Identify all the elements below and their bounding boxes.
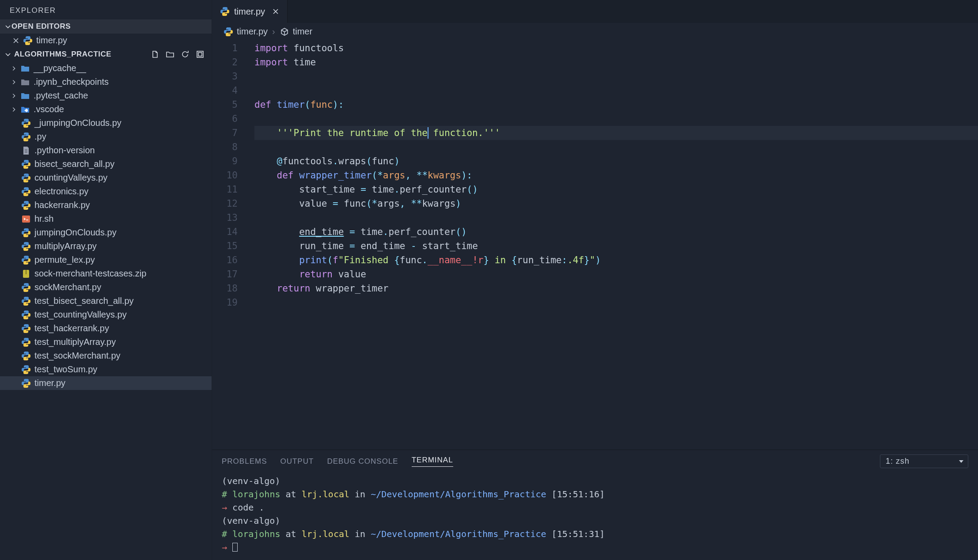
code-line[interactable]: '''Print the runtime of the function.''' — [254, 126, 978, 140]
tree-folder[interactable]: .ipynb_checkpoints — [0, 75, 212, 89]
code-line[interactable]: import time — [254, 55, 978, 69]
breadcrumb-item[interactable]: timer.py — [224, 26, 268, 37]
tree-file[interactable]: timer.py — [0, 376, 212, 390]
python-icon — [224, 27, 233, 37]
shell-icon — [21, 214, 31, 224]
tree-folder[interactable]: __pycache__ — [0, 61, 212, 75]
terminal-line: (venv-algo) — [222, 514, 968, 527]
tree-file[interactable]: test_twoSum.py — [0, 363, 212, 376]
line-number: 18 — [212, 281, 238, 295]
code-line[interactable]: value = func(*args, **kwargs) — [254, 197, 978, 211]
code-editor[interactable]: 12345678910111213141516171819 import fun… — [212, 40, 978, 450]
line-number-gutter: 12345678910111213141516171819 — [212, 41, 246, 450]
tree-file[interactable]: sock-merchant-testcases.zip — [0, 267, 212, 280]
breadcrumb-separator: › — [272, 26, 275, 37]
terminal-output[interactable]: (venv-algo)# lorajohns at lrj.local in ~… — [212, 471, 978, 560]
code-line[interactable]: def wrapper_timer(*args, **kwargs): — [254, 168, 978, 182]
folder-blue-icon — [20, 91, 30, 101]
explorer-title: EXPLORER — [0, 0, 212, 19]
workspace-folder-label: ALGORITHMS_PRACTICE — [14, 50, 111, 59]
tree-file[interactable]: hackerrank.py — [0, 198, 212, 212]
tree-file[interactable]: .python-version — [0, 144, 212, 157]
tree-file[interactable]: test_countingValleys.py — [0, 308, 212, 322]
code-line[interactable]: end_time = time.perf_counter() — [254, 225, 978, 239]
code-line[interactable] — [254, 112, 978, 126]
bottom-panel: PROBLEMS OUTPUT DEBUG CONSOLE TERMINAL 1… — [212, 450, 978, 560]
code-line[interactable]: return value — [254, 267, 978, 281]
new-file-icon[interactable] — [151, 50, 159, 59]
code-line[interactable] — [254, 69, 978, 83]
close-icon[interactable] — [272, 8, 279, 15]
panel-tabs: PROBLEMS OUTPUT DEBUG CONSOLE TERMINAL 1… — [212, 450, 978, 471]
tree-file-name: hr.sh — [34, 214, 53, 224]
tree-file[interactable]: hr.sh — [0, 212, 212, 226]
python-icon — [220, 7, 230, 16]
tree-file-name: electronics.py — [34, 186, 88, 197]
tree-file[interactable]: jumpingOnClouds.py — [0, 226, 212, 239]
panel-tab-output[interactable]: OUTPUT — [280, 457, 314, 466]
terminal-selector[interactable]: 1: zsh — [880, 454, 968, 468]
tree-folder[interactable]: .vscode — [0, 102, 212, 116]
refresh-icon[interactable] — [181, 50, 190, 59]
code-content[interactable]: import functoolsimport time def timer(fu… — [246, 41, 978, 450]
tree-file-name: jumpingOnClouds.py — [34, 227, 117, 238]
tree-file[interactable]: countingValleys.py — [0, 171, 212, 185]
folder-vscode-icon — [20, 105, 30, 114]
tree-file[interactable]: test_hackerrank.py — [0, 322, 212, 335]
terminal-line: (venv-algo) — [222, 474, 968, 488]
tab-bar: timer.py — [212, 0, 978, 23]
line-number: 12 — [212, 197, 238, 211]
line-number: 10 — [212, 168, 238, 182]
workspace-folder-header[interactable]: ALGORITHMS_PRACTICE — [0, 47, 212, 61]
tree-file[interactable]: .py — [0, 130, 212, 144]
tree-file-name: timer.py — [34, 378, 65, 388]
code-line[interactable]: print(f"Finished {func.__name__!r} in {r… — [254, 253, 978, 267]
line-number: 14 — [212, 225, 238, 239]
open-editors-section-header[interactable]: OPEN EDITORS — [0, 19, 212, 34]
code-line[interactable] — [254, 211, 978, 225]
line-number: 7 — [212, 126, 238, 140]
code-line[interactable]: def timer(func): — [254, 98, 978, 112]
tree-file[interactable]: _jumpingOnClouds.py — [0, 116, 212, 130]
breadcrumb-item[interactable]: timer — [280, 26, 312, 37]
tree-file-name: sockMerchant.py — [34, 282, 101, 292]
close-icon[interactable] — [12, 37, 19, 44]
code-line[interactable]: import functools — [254, 41, 978, 55]
tree-file-name: hackerrank.py — [34, 200, 90, 210]
tree-file[interactable]: test_multiplyArray.py — [0, 335, 212, 349]
open-editor-item[interactable]: timer.py — [0, 34, 212, 47]
tree-folder[interactable]: .pytest_cache — [0, 89, 212, 102]
python-icon — [23, 36, 33, 45]
terminal-line: → — [222, 541, 968, 554]
folder-blue-icon — [20, 64, 30, 73]
code-line[interactable]: @functools.wraps(func) — [254, 154, 978, 168]
tree-file[interactable]: sockMerchant.py — [0, 280, 212, 294]
code-line[interactable] — [254, 295, 978, 310]
code-line[interactable]: return wrapper_timer — [254, 281, 978, 295]
panel-tab-problems[interactable]: PROBLEMS — [222, 457, 267, 466]
breadcrumb-label: timer — [293, 26, 312, 37]
terminal-line: → code . — [222, 501, 968, 514]
tree-file[interactable]: multiplyArray.py — [0, 239, 212, 253]
line-number: 4 — [212, 83, 238, 98]
collapse-all-icon[interactable] — [196, 50, 205, 59]
chevron-right-icon — [11, 93, 17, 99]
tree-file[interactable]: test_sockMerchant.py — [0, 349, 212, 363]
tree-file-name: test_hackerrank.py — [34, 323, 109, 333]
tree-file[interactable]: permute_lex.py — [0, 253, 212, 267]
panel-tab-terminal[interactable]: TERMINAL — [412, 456, 453, 467]
open-editors-label: OPEN EDITORS — [11, 22, 71, 31]
tree-file[interactable]: bisect_search_all.py — [0, 157, 212, 171]
panel-tab-debug console[interactable]: DEBUG CONSOLE — [327, 457, 398, 466]
code-line[interactable]: run_time = end_time - start_time — [254, 239, 978, 253]
new-folder-icon[interactable] — [166, 50, 174, 59]
chevron-right-icon — [11, 65, 17, 72]
terminal-line: # lorajohns at lrj.local in ~/Developmen… — [222, 488, 968, 501]
code-line[interactable] — [254, 83, 978, 98]
editor-tab[interactable]: timer.py — [212, 0, 288, 23]
tree-file[interactable]: test_bisect_search_all.py — [0, 294, 212, 308]
tree-file[interactable]: electronics.py — [0, 185, 212, 198]
code-line[interactable]: start_time = time.perf_counter() — [254, 182, 978, 197]
line-number: 1 — [212, 41, 238, 55]
code-line[interactable] — [254, 140, 978, 154]
